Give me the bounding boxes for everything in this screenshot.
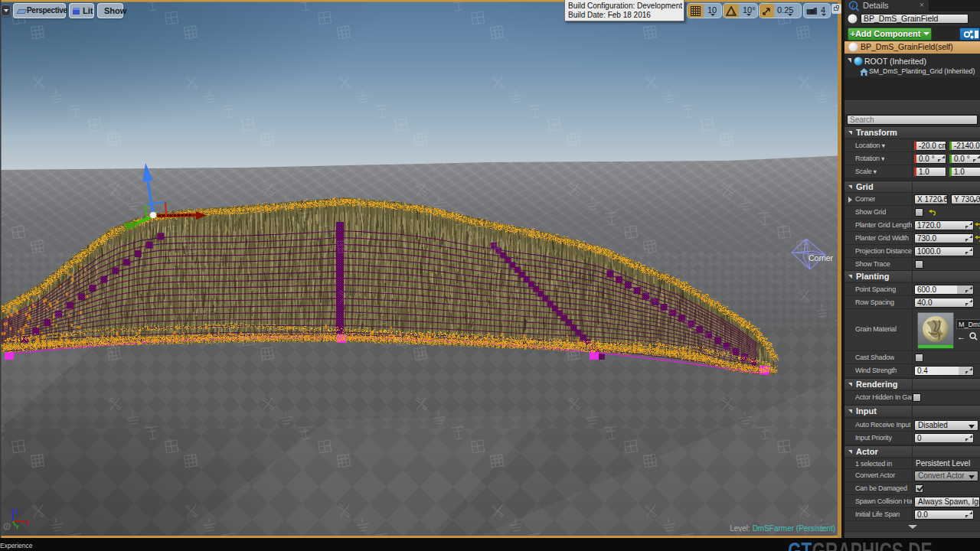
- svg-text:?: ?: [5, 524, 8, 530]
- svg-text:Corner: Corner: [808, 253, 834, 262]
- svg-text:Y: Y: [15, 523, 19, 530]
- svg-text:Z: Z: [15, 508, 18, 515]
- svg-text:i: i: [852, 2, 854, 10]
- svg-text:X: X: [25, 519, 29, 526]
